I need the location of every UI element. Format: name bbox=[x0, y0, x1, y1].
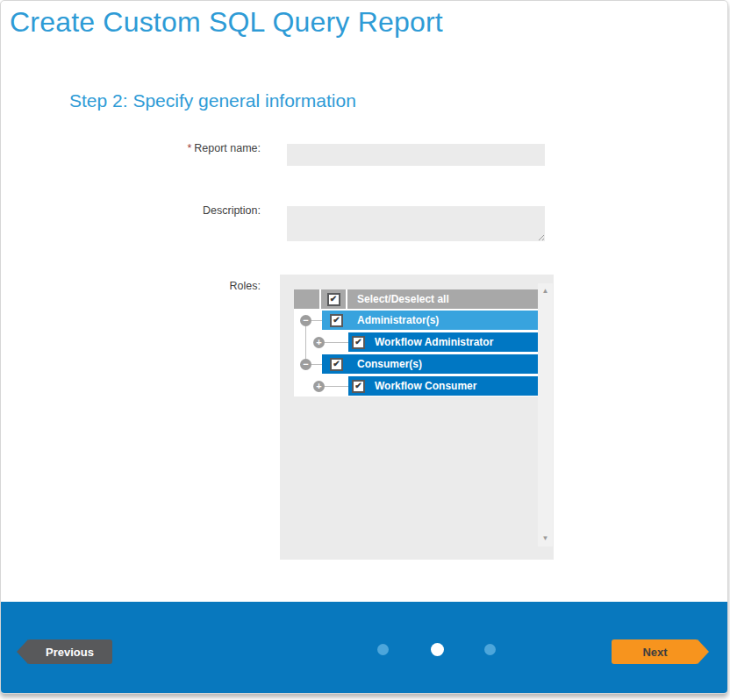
tree-row-label: Workflow Administrator bbox=[375, 332, 493, 352]
tree-row-label: Administrator(s) bbox=[357, 311, 439, 330]
expand-icon[interactable]: + bbox=[313, 337, 325, 348]
roles-tree: ✔ Select/Deselect all − + − + ✔ Administ… bbox=[280, 275, 554, 560]
tree-row-administrators[interactable]: ✔ Administrator(s) bbox=[322, 311, 538, 330]
description-label: Description: bbox=[54, 204, 261, 217]
previous-button[interactable]: Previous bbox=[27, 639, 112, 664]
scroll-up-icon[interactable]: ▲ bbox=[538, 285, 553, 297]
tree-connector-stub bbox=[325, 342, 348, 343]
tree-row-workflow-consumer[interactable]: ✔ Workflow Consumer bbox=[348, 376, 538, 396]
tree-header-label-cell[interactable]: Select/Deselect all bbox=[347, 289, 538, 309]
report-name-label: *Report name: bbox=[54, 142, 261, 154]
pagination-dot-2-active[interactable] bbox=[431, 643, 444, 656]
scroll-down-icon[interactable]: ▼ bbox=[538, 532, 553, 545]
tree-connector-stub bbox=[325, 386, 348, 387]
collapse-icon[interactable]: − bbox=[300, 315, 311, 326]
tree-header-indent-cell bbox=[294, 289, 319, 309]
tree-connector-vline bbox=[305, 326, 306, 359]
wizard-footer: Previous Next bbox=[1, 602, 727, 693]
select-all-label: Select/Deselect all bbox=[357, 293, 449, 305]
wizard-dialog: Create Custom SQL Query Report Step 2: S… bbox=[0, 0, 728, 694]
expand-icon[interactable]: + bbox=[313, 381, 325, 392]
pagination-dot-1[interactable] bbox=[377, 644, 389, 655]
tree-row-workflow-administrator[interactable]: ✔ Workflow Administrator bbox=[348, 332, 538, 352]
select-all-checkbox[interactable]: ✔ bbox=[327, 293, 340, 306]
administrators-checkbox[interactable]: ✔ bbox=[330, 314, 343, 327]
required-marker: * bbox=[187, 142, 191, 154]
page-title: Create Custom SQL Query Report bbox=[10, 6, 443, 39]
workflow-administrator-checkbox[interactable]: ✔ bbox=[352, 336, 365, 349]
description-input[interactable] bbox=[287, 206, 545, 241]
tree-row-consumers[interactable]: ✔ Consumer(s) bbox=[322, 354, 538, 374]
tree-scrollbar[interactable]: ▲ ▼ bbox=[538, 283, 553, 546]
next-button[interactable]: Next bbox=[612, 639, 698, 664]
step-heading: Step 2: Specify general information bbox=[69, 90, 356, 111]
report-name-input[interactable] bbox=[287, 144, 545, 166]
tree-row-label: Workflow Consumer bbox=[375, 376, 476, 396]
roles-label: Roles: bbox=[54, 280, 261, 292]
pagination-dot-3[interactable] bbox=[484, 644, 496, 655]
tree-connector-stub bbox=[311, 364, 322, 365]
tree-connector-stub bbox=[311, 320, 322, 321]
workflow-consumer-checkbox[interactable]: ✔ bbox=[352, 380, 365, 393]
tree-row-label: Consumer(s) bbox=[357, 354, 422, 374]
tree-header-checkbox-cell: ✔ bbox=[321, 289, 346, 309]
collapse-icon[interactable]: − bbox=[300, 359, 311, 370]
consumers-checkbox[interactable]: ✔ bbox=[330, 358, 343, 371]
description-field-wrap bbox=[287, 206, 545, 241]
